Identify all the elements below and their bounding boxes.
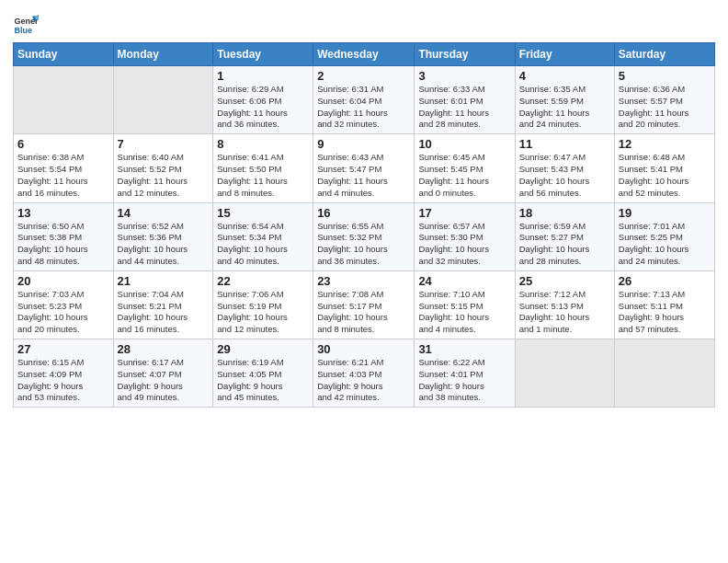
day-info: Sunrise: 7:12 AM Sunset: 5:13 PM Dayligh… [519, 289, 610, 336]
calendar-cell: 28Sunrise: 6:17 AM Sunset: 4:07 PM Dayli… [113, 339, 213, 408]
day-info: Sunrise: 6:54 AM Sunset: 5:34 PM Dayligh… [217, 221, 309, 268]
day-info: Sunrise: 6:22 AM Sunset: 4:01 PM Dayligh… [418, 357, 510, 404]
day-info: Sunrise: 6:41 AM Sunset: 5:50 PM Dayligh… [217, 152, 309, 199]
day-info: Sunrise: 6:55 AM Sunset: 5:32 PM Dayligh… [317, 221, 410, 268]
day-number: 15 [217, 206, 309, 220]
day-number: 2 [317, 69, 410, 83]
day-info: Sunrise: 6:45 AM Sunset: 5:45 PM Dayligh… [418, 152, 510, 199]
day-info: Sunrise: 7:06 AM Sunset: 5:19 PM Dayligh… [217, 289, 309, 336]
calendar-cell: 4Sunrise: 6:35 AM Sunset: 5:59 PM Daylig… [515, 66, 614, 134]
day-number: 24 [418, 274, 510, 288]
calendar-cell: 3Sunrise: 6:33 AM Sunset: 6:01 PM Daylig… [415, 66, 515, 134]
weekday-header-wednesday: Wednesday [313, 43, 415, 66]
logo: General Blue [13, 13, 40, 37]
header-row: General Blue [13, 9, 715, 37]
day-number: 11 [519, 137, 610, 151]
day-info: Sunrise: 6:48 AM Sunset: 5:41 PM Dayligh… [619, 152, 711, 199]
logo-icon: General Blue [13, 11, 39, 37]
calendar-cell: 9Sunrise: 6:43 AM Sunset: 5:47 PM Daylig… [313, 134, 415, 202]
calendar-cell: 13Sunrise: 6:50 AM Sunset: 5:38 PM Dayli… [14, 202, 114, 270]
calendar-cell: 24Sunrise: 7:10 AM Sunset: 5:15 PM Dayli… [415, 270, 515, 339]
calendar-cell: 14Sunrise: 6:52 AM Sunset: 5:36 PM Dayli… [113, 202, 213, 270]
day-number: 12 [619, 137, 711, 151]
day-number: 7 [118, 137, 210, 151]
day-number: 1 [217, 69, 309, 83]
weekday-header-saturday: Saturday [614, 43, 714, 66]
day-number: 6 [17, 137, 109, 151]
calendar-cell: 17Sunrise: 6:57 AM Sunset: 5:30 PM Dayli… [415, 202, 515, 270]
day-info: Sunrise: 7:08 AM Sunset: 5:17 PM Dayligh… [317, 289, 410, 336]
day-info: Sunrise: 6:50 AM Sunset: 5:38 PM Dayligh… [17, 221, 109, 268]
day-number: 28 [118, 342, 210, 356]
calendar-cell [14, 66, 114, 134]
day-number: 10 [418, 137, 510, 151]
svg-text:Blue: Blue [14, 26, 32, 35]
day-number: 23 [317, 274, 410, 288]
calendar-cell: 20Sunrise: 7:03 AM Sunset: 5:23 PM Dayli… [14, 270, 114, 339]
day-info: Sunrise: 6:36 AM Sunset: 5:57 PM Dayligh… [619, 84, 711, 131]
calendar-cell: 18Sunrise: 6:59 AM Sunset: 5:27 PM Dayli… [515, 202, 614, 270]
calendar-header: SundayMondayTuesdayWednesdayThursdayFrid… [14, 43, 715, 66]
day-info: Sunrise: 7:04 AM Sunset: 5:21 PM Dayligh… [118, 289, 210, 336]
day-info: Sunrise: 6:17 AM Sunset: 4:07 PM Dayligh… [118, 357, 210, 404]
day-info: Sunrise: 6:29 AM Sunset: 6:06 PM Dayligh… [217, 84, 309, 131]
day-info: Sunrise: 6:43 AM Sunset: 5:47 PM Dayligh… [317, 152, 410, 199]
calendar-table: SundayMondayTuesdayWednesdayThursdayFrid… [13, 42, 715, 408]
calendar-cell: 22Sunrise: 7:06 AM Sunset: 5:19 PM Dayli… [213, 270, 313, 339]
day-number: 13 [17, 206, 109, 220]
day-info: Sunrise: 6:33 AM Sunset: 6:01 PM Dayligh… [418, 84, 510, 131]
day-info: Sunrise: 6:47 AM Sunset: 5:43 PM Dayligh… [519, 152, 610, 199]
calendar-cell: 7Sunrise: 6:40 AM Sunset: 5:52 PM Daylig… [113, 134, 213, 202]
day-number: 20 [17, 274, 109, 288]
day-info: Sunrise: 7:01 AM Sunset: 5:25 PM Dayligh… [619, 221, 711, 268]
calendar-cell: 25Sunrise: 7:12 AM Sunset: 5:13 PM Dayli… [515, 270, 614, 339]
day-info: Sunrise: 6:57 AM Sunset: 5:30 PM Dayligh… [418, 221, 510, 268]
day-number: 21 [118, 274, 210, 288]
day-number: 19 [619, 206, 711, 220]
day-info: Sunrise: 6:52 AM Sunset: 5:36 PM Dayligh… [118, 221, 210, 268]
calendar-cell: 1Sunrise: 6:29 AM Sunset: 6:06 PM Daylig… [213, 66, 313, 134]
day-info: Sunrise: 7:10 AM Sunset: 5:15 PM Dayligh… [418, 289, 510, 336]
day-info: Sunrise: 7:13 AM Sunset: 5:11 PM Dayligh… [619, 289, 711, 336]
day-number: 14 [118, 206, 210, 220]
calendar-cell: 2Sunrise: 6:31 AM Sunset: 6:04 PM Daylig… [313, 66, 415, 134]
calendar-cell: 5Sunrise: 6:36 AM Sunset: 5:57 PM Daylig… [614, 66, 714, 134]
day-info: Sunrise: 6:35 AM Sunset: 5:59 PM Dayligh… [519, 84, 610, 131]
calendar-cell: 30Sunrise: 6:21 AM Sunset: 4:03 PM Dayli… [313, 339, 415, 408]
day-number: 27 [17, 342, 109, 356]
calendar-cell: 10Sunrise: 6:45 AM Sunset: 5:45 PM Dayli… [415, 134, 515, 202]
calendar-cell: 23Sunrise: 7:08 AM Sunset: 5:17 PM Dayli… [313, 270, 415, 339]
weekday-header-tuesday: Tuesday [213, 43, 313, 66]
day-number: 5 [619, 69, 711, 83]
calendar-cell [515, 339, 614, 408]
weekday-header-thursday: Thursday [415, 43, 515, 66]
day-number: 25 [519, 274, 610, 288]
calendar-cell: 8Sunrise: 6:41 AM Sunset: 5:50 PM Daylig… [213, 134, 313, 202]
calendar-cell: 16Sunrise: 6:55 AM Sunset: 5:32 PM Dayli… [313, 202, 415, 270]
day-number: 17 [418, 206, 510, 220]
day-number: 31 [418, 342, 510, 356]
day-number: 18 [519, 206, 610, 220]
day-number: 16 [317, 206, 410, 220]
calendar-cell: 21Sunrise: 7:04 AM Sunset: 5:21 PM Dayli… [113, 270, 213, 339]
day-number: 9 [317, 137, 410, 151]
calendar-cell: 11Sunrise: 6:47 AM Sunset: 5:43 PM Dayli… [515, 134, 614, 202]
weekday-header-monday: Monday [113, 43, 213, 66]
day-info: Sunrise: 6:21 AM Sunset: 4:03 PM Dayligh… [317, 357, 410, 404]
day-number: 30 [317, 342, 410, 356]
day-info: Sunrise: 6:40 AM Sunset: 5:52 PM Dayligh… [118, 152, 210, 199]
day-info: Sunrise: 6:15 AM Sunset: 4:09 PM Dayligh… [17, 357, 109, 404]
day-number: 29 [217, 342, 309, 356]
calendar-cell: 6Sunrise: 6:38 AM Sunset: 5:54 PM Daylig… [14, 134, 114, 202]
day-number: 26 [619, 274, 711, 288]
calendar-cell: 15Sunrise: 6:54 AM Sunset: 5:34 PM Dayli… [213, 202, 313, 270]
day-number: 8 [217, 137, 309, 151]
weekday-header-sunday: Sunday [14, 43, 114, 66]
main-container: General Blue SundayMondayTuesdayWednesda… [0, 0, 728, 415]
calendar-cell: 26Sunrise: 7:13 AM Sunset: 5:11 PM Dayli… [614, 270, 714, 339]
day-info: Sunrise: 6:19 AM Sunset: 4:05 PM Dayligh… [217, 357, 309, 404]
day-info: Sunrise: 6:31 AM Sunset: 6:04 PM Dayligh… [317, 84, 410, 131]
calendar-cell [113, 66, 213, 134]
weekday-header-friday: Friday [515, 43, 614, 66]
day-number: 22 [217, 274, 309, 288]
